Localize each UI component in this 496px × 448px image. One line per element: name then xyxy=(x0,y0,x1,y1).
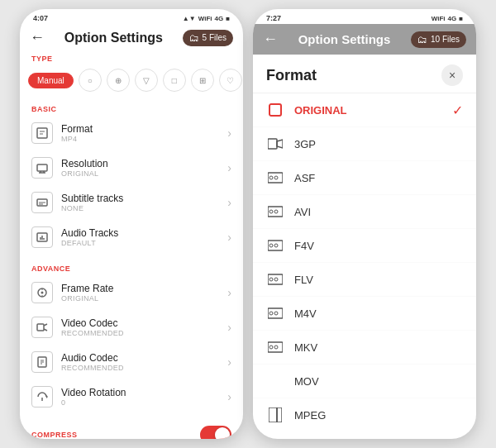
time-left: 4:07 xyxy=(33,14,48,22)
svg-point-47 xyxy=(274,346,278,349)
svg-point-35 xyxy=(274,210,278,213)
advance-label: ADVANCE xyxy=(20,261,243,275)
video-rotation-title: Video Rotation xyxy=(61,387,227,398)
video-rotation-item[interactable]: Video Rotation 0 › xyxy=(20,379,243,414)
format-option-f4v[interactable]: F4V xyxy=(253,229,476,263)
right-phone: 7:27 WiFi 4G ■ ← Option Settings 🗂 10 Fi… xyxy=(253,9,476,439)
status-bar-right: 7:27 WiFi 4G ■ xyxy=(253,9,476,24)
basic-label: BASIC xyxy=(20,102,243,116)
subtitle-chevron: › xyxy=(227,196,231,209)
format-option-flv[interactable]: FLV xyxy=(253,263,476,297)
type-btn-circle-2[interactable]: ⊕ xyxy=(107,69,130,92)
page-title-left: Option Settings xyxy=(64,31,163,45)
format-icon-f4v xyxy=(266,236,284,255)
svg-marker-25 xyxy=(46,395,48,398)
svg-point-38 xyxy=(274,244,278,247)
frame-rate-title: Frame Rate xyxy=(61,283,227,294)
svg-point-41 xyxy=(274,278,278,281)
status-icons-left: ▲▼ WiFi 4G ■ xyxy=(183,15,230,22)
type-btn-circle-6[interactable]: ♡ xyxy=(219,69,242,92)
audio-codec-chevron: › xyxy=(227,355,231,369)
format-close-button[interactable]: × xyxy=(441,64,463,86)
frame-rate-item[interactable]: Frame Rate ORIGINAL › xyxy=(20,275,243,310)
format-name-asf: ASF xyxy=(294,172,463,184)
format-option-avi[interactable]: AVI xyxy=(253,195,476,229)
subtitle-item[interactable]: Subtitle tracks NONE › xyxy=(20,185,243,220)
compress-label: COMPRESS xyxy=(31,431,78,439)
svg-rect-42 xyxy=(268,308,283,318)
frame-rate-subtitle: ORIGINAL xyxy=(61,294,227,303)
format-icon-mov xyxy=(266,372,284,390)
video-codec-icon xyxy=(31,317,53,338)
format-option-mpeg[interactable]: MPEG xyxy=(253,398,476,429)
type-btn-circle-5[interactable]: ⊞ xyxy=(191,69,214,92)
format-icon-original xyxy=(266,101,284,119)
format-option-mkv[interactable]: MKV xyxy=(253,331,476,365)
file-badge-left: 🗂 5 Files xyxy=(183,30,233,46)
video-codec-chevron: › xyxy=(227,321,231,334)
svg-rect-18 xyxy=(37,324,44,331)
format-list: ORIGINAL ✓ 3GP xyxy=(253,93,476,429)
svg-point-40 xyxy=(269,278,273,281)
audio-codec-item[interactable]: Audio Codec RECOMMENDED › xyxy=(20,345,243,379)
subtitle-title: Subtitle tracks xyxy=(61,193,227,204)
format-icon-m4v xyxy=(266,304,284,322)
svg-rect-28 xyxy=(268,139,277,149)
audio-tracks-chevron: › xyxy=(227,231,231,244)
format-icon-mkv xyxy=(266,338,284,356)
format-option-asf[interactable]: ASF xyxy=(253,161,476,195)
format-option-3gp[interactable]: 3GP xyxy=(253,127,476,161)
video-rotation-subtitle: 0 xyxy=(61,398,227,407)
type-btn-circle-1[interactable]: ○ xyxy=(79,69,102,92)
svg-point-37 xyxy=(269,244,273,247)
type-btn-manual[interactable]: Manual xyxy=(28,73,74,88)
format-name-f4v: F4V xyxy=(294,240,463,252)
video-rotation-icon xyxy=(31,386,53,407)
file-badge-right: 🗂 10 Files xyxy=(411,31,466,48)
svg-rect-45 xyxy=(268,342,283,352)
svg-point-46 xyxy=(269,346,273,349)
file-icon-left: 🗂 xyxy=(189,32,199,44)
compress-toggle[interactable] xyxy=(200,426,231,439)
type-btn-circle-4[interactable]: □ xyxy=(163,69,186,92)
svg-point-32 xyxy=(274,176,278,179)
svg-point-34 xyxy=(269,210,273,213)
format-option-mov[interactable]: MOV xyxy=(253,365,476,398)
type-buttons-row: Manual ○ ⊕ ▽ □ ⊞ ♡ xyxy=(20,65,243,95)
format-name-m4v: M4V xyxy=(294,307,463,320)
page-title-right: Option Settings xyxy=(298,32,391,46)
format-chevron: › xyxy=(227,126,231,140)
frame-rate-chevron: › xyxy=(227,286,231,299)
type-section: TYPE Manual ○ ⊕ ▽ □ ⊞ ♡ xyxy=(20,51,243,95)
back-button-right[interactable]: ← xyxy=(263,31,278,48)
format-name-flv: FLV xyxy=(294,274,463,286)
svg-point-43 xyxy=(269,312,273,315)
resolution-item[interactable]: Resolution ORIGINAL › xyxy=(20,150,243,185)
status-bar-left: 4:07 ▲▼ WiFi 4G ■ xyxy=(20,9,243,24)
format-icon-mpeg xyxy=(266,406,284,424)
audio-codec-icon xyxy=(31,351,53,373)
frame-rate-icon xyxy=(31,282,53,303)
format-icon xyxy=(31,122,53,144)
audio-tracks-item[interactable]: Audio Tracks DEFAULT › xyxy=(20,220,243,255)
svg-marker-49 xyxy=(277,407,282,422)
subtitle-icon xyxy=(31,192,53,213)
svg-rect-36 xyxy=(268,241,283,250)
video-codec-subtitle: RECOMMENDED xyxy=(61,329,227,337)
svg-rect-30 xyxy=(268,173,283,183)
compress-row: COMPRESS xyxy=(20,421,243,439)
format-option-m4v[interactable]: M4V xyxy=(253,297,476,331)
time-right: 7:27 xyxy=(266,14,281,22)
app-header-left: ← Option Settings 🗂 5 Files xyxy=(20,24,243,51)
audio-tracks-subtitle: DEFAULT xyxy=(61,239,227,247)
file-icon-right: 🗂 xyxy=(417,34,427,45)
format-dialog: Format × ORIGINAL ✓ xyxy=(253,55,476,429)
format-icon-avi xyxy=(266,203,284,221)
video-codec-item[interactable]: Video Codec RECOMMENDED › xyxy=(20,310,243,345)
back-button-left[interactable]: ← xyxy=(30,29,45,46)
svg-marker-29 xyxy=(277,140,283,148)
format-option-original[interactable]: ORIGINAL ✓ xyxy=(253,93,476,127)
type-btn-circle-3[interactable]: ▽ xyxy=(135,69,158,92)
resolution-title: Resolution xyxy=(61,158,227,169)
format-item[interactable]: Format MP4 › xyxy=(20,116,243,150)
